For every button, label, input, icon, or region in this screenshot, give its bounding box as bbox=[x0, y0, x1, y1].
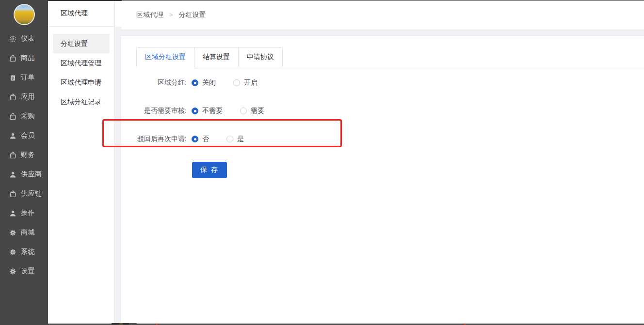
form-row-review-required: 是否需要审核: 不需要 需要 bbox=[136, 106, 644, 116]
sidebar-item-finance[interactable]: 财务 bbox=[0, 145, 48, 165]
main-content: 区域代理 > 分红设置 区域分红设置 结算设置 申请协议 区域分红: 关闭 bbox=[115, 0, 644, 325]
primary-sidebar: 仪表 商品 订单 应用 采购 bbox=[0, 0, 48, 325]
app-window: 仪表 商品 订单 应用 采购 bbox=[0, 0, 644, 325]
bag-icon bbox=[9, 93, 16, 101]
breadcrumb-item-current: 分红设置 bbox=[179, 11, 206, 19]
sidebar-item-label: 应用 bbox=[21, 93, 35, 101]
sidebar-item-settings[interactable]: 设置 bbox=[0, 262, 48, 281]
top-edge-line-dark bbox=[48, 0, 122, 1]
radio-unchecked-icon bbox=[226, 136, 233, 142]
settings-form: 区域分红: 关闭 开启 是否需要审核: 不需要 bbox=[136, 77, 644, 178]
bag-icon bbox=[9, 113, 16, 120]
submenu-item-dividend-records[interactable]: 区域分红记录 bbox=[53, 92, 110, 111]
bag-icon bbox=[9, 190, 16, 198]
sidebar-item-suppliers[interactable]: 供应商 bbox=[0, 165, 48, 184]
secondary-sidebar: 区域代理 分红设置 区域代理管理 区域代理申请 区域分红记录 bbox=[48, 0, 115, 325]
submenu-item-dividend-settings[interactable]: 分红设置 bbox=[53, 34, 110, 53]
radio-unchecked-icon bbox=[240, 108, 247, 114]
sidebar-item-label: 操作 bbox=[21, 209, 35, 217]
form-label: 驳回后再次申请: bbox=[136, 135, 187, 143]
radio-option-open[interactable]: 开启 bbox=[233, 78, 258, 87]
sidebar-item-purchase[interactable]: 采购 bbox=[0, 107, 48, 126]
radio-option-required[interactable]: 需要 bbox=[240, 107, 264, 115]
bottom-edge-speck bbox=[112, 323, 137, 325]
clipboard-icon bbox=[9, 74, 16, 81]
submenu-title: 区域代理 bbox=[48, 0, 114, 27]
tab-settlement-settings[interactable]: 结算设置 bbox=[194, 47, 239, 67]
bag-icon bbox=[9, 152, 16, 159]
top-edge-line-gray bbox=[122, 0, 644, 1]
sidebar-item-supply-chain[interactable]: 供应链 bbox=[0, 184, 48, 203]
sidebar-item-label: 商品 bbox=[21, 54, 35, 62]
breadcrumb-item[interactable]: 区域代理 bbox=[136, 11, 163, 19]
sidebar-item-goods[interactable]: 商品 bbox=[0, 48, 48, 68]
form-row-reapply-after-reject: 驳回后再次申请: 否 是 bbox=[136, 134, 644, 144]
submenu-item-agent-application[interactable]: 区域代理申请 bbox=[53, 73, 110, 92]
sidebar-item-label: 财务 bbox=[21, 151, 35, 159]
radio-label: 不需要 bbox=[202, 107, 223, 115]
sidebar-item-apps[interactable]: 应用 bbox=[0, 87, 48, 107]
form-row-region-dividend: 区域分红: 关闭 开启 bbox=[136, 77, 644, 88]
sidebar-item-label: 设置 bbox=[21, 267, 35, 276]
gear-icon bbox=[9, 248, 16, 256]
breadcrumb: 区域代理 > 分红设置 bbox=[121, 0, 644, 30]
sidebar-item-mall[interactable]: 商城 bbox=[0, 223, 48, 242]
radio-checked-icon bbox=[192, 79, 198, 86]
sidebar-item-label: 订单 bbox=[21, 73, 35, 82]
breadcrumb-separator-icon: > bbox=[169, 11, 173, 18]
radio-option-no[interactable]: 否 bbox=[192, 135, 209, 143]
sidebar-item-operations[interactable]: 操作 bbox=[0, 203, 48, 223]
radio-label: 开启 bbox=[244, 78, 258, 87]
sidebar-item-label: 系统 bbox=[21, 248, 35, 256]
sidebar-item-label: 采购 bbox=[21, 112, 35, 121]
corner-filler bbox=[115, 0, 121, 27]
radio-label: 需要 bbox=[251, 107, 264, 115]
sidebar-item-label: 仪表 bbox=[21, 34, 35, 43]
sidebar-item-system[interactable]: 系统 bbox=[0, 242, 48, 262]
radio-label: 否 bbox=[202, 135, 209, 143]
tab-region-dividend-settings[interactable]: 区域分红设置 bbox=[136, 47, 194, 67]
tab-bar: 区域分红设置 结算设置 申请协议 bbox=[136, 46, 644, 67]
radio-unchecked-icon bbox=[233, 79, 240, 86]
sidebar-item-label: 供应商 bbox=[21, 170, 42, 179]
primary-nav: 仪表 商品 订单 应用 采购 bbox=[0, 29, 48, 281]
form-label: 是否需要审核: bbox=[136, 107, 187, 115]
submenu-item-agent-management[interactable]: 区域代理管理 bbox=[53, 53, 110, 73]
radio-checked-icon bbox=[192, 108, 198, 114]
radio-option-not-required[interactable]: 不需要 bbox=[192, 107, 223, 115]
radio-option-yes[interactable]: 是 bbox=[226, 135, 244, 143]
user-icon bbox=[9, 210, 16, 217]
radio-option-close[interactable]: 关闭 bbox=[192, 78, 216, 87]
sidebar-item-members[interactable]: 会员 bbox=[0, 126, 48, 145]
sidebar-item-orders[interactable]: 订单 bbox=[0, 68, 48, 87]
radio-label: 是 bbox=[237, 135, 244, 143]
tab-application-agreement[interactable]: 申请协议 bbox=[239, 47, 283, 67]
bag-icon bbox=[9, 55, 16, 62]
user-icon bbox=[9, 132, 16, 139]
sidebar-item-label: 供应链 bbox=[21, 189, 42, 198]
gauge-icon bbox=[9, 35, 16, 43]
avatar[interactable] bbox=[14, 4, 35, 25]
sidebar-item-label: 商城 bbox=[21, 228, 35, 237]
radio-checked-icon bbox=[192, 136, 198, 142]
form-label: 区域分红: bbox=[136, 78, 187, 87]
gear-icon bbox=[9, 229, 16, 236]
sidebar-item-dashboard[interactable]: 仪表 bbox=[0, 29, 48, 48]
gear-icon bbox=[9, 268, 16, 275]
user-icon bbox=[9, 171, 16, 178]
radio-label: 关闭 bbox=[202, 78, 216, 87]
sidebar-item-label: 会员 bbox=[21, 131, 35, 140]
content-card: 区域分红设置 结算设置 申请协议 区域分红: 关闭 开启 bbox=[121, 35, 644, 325]
submenu-list: 分红设置 区域代理管理 区域代理申请 区域分红记录 bbox=[48, 27, 114, 111]
save-button[interactable]: 保 存 bbox=[192, 162, 227, 178]
